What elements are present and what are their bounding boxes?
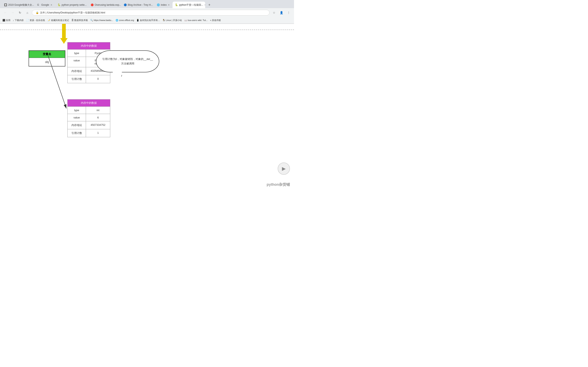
lower-table-row-1: type int <box>68 106 110 114</box>
tab-3[interactable]: 🐍 python property sette... ✕ <box>55 2 88 8</box>
lock-icon: 🔒 <box>36 11 39 14</box>
bookmark-database[interactable]: 🗄 数据库技术栈 <box>71 19 88 22</box>
lower-table-row-2-value: 6 <box>86 114 110 121</box>
back-button[interactable]: ← <box>2 10 8 16</box>
bookmark-baidu[interactable]: 🔍 https://www.baidu... <box>90 19 113 22</box>
bookmark-zhihu[interactable]: 📱 如何找出知乎所有... <box>136 19 160 22</box>
lower-memory-table-header: 内存中的数据 <box>68 100 110 106</box>
lower-table-row-4-value: 1 <box>86 129 110 137</box>
tab-4[interactable]: 🔴 Overusing lambda exp... ✕ <box>88 2 121 8</box>
bookmark-button[interactable]: ☆ <box>271 10 277 16</box>
forward-button[interactable]: → <box>10 10 16 16</box>
tab-5[interactable]: 🔵 Blog Archive - Trey H... ✕ <box>121 2 154 8</box>
bookmark-linux[interactable]: 🐧 Linux | 开源小站 <box>162 19 182 22</box>
svg-line-1 <box>48 55 66 108</box>
tab-7-favicon: 🐍 <box>175 3 178 6</box>
speech-bubble: 引用计数为0，对象被销毁，对象的__del__方法被调用 <box>96 50 159 72</box>
lower-table-row-3-label: 内存地址 <box>68 121 86 129</box>
profile-button[interactable]: 👤 <box>278 10 284 16</box>
upper-memory-table-header: 内存中的数据 <box>68 42 110 49</box>
tab-2[interactable]: G Google ✕ <box>35 2 55 8</box>
home-button[interactable]: ⌂ <box>25 10 30 16</box>
tab-2-favicon: G <box>37 3 40 6</box>
bookmark-more[interactable]: » 其他书签 <box>210 19 221 22</box>
bookmark-youdao[interactable]: 📝 收藏到有道云笔记 <box>47 19 69 22</box>
address-bar: ← → ↻ ⌂ 🔒 文件 | /Users/kwsy/Desktop/pytho… <box>0 8 294 17</box>
tab-7[interactable]: 🐍 python干货---垃圾回... ✕ <box>173 2 205 8</box>
bookmark-apps[interactable]: ⬛ 应用 <box>2 19 10 22</box>
tab-6[interactable]: 🌐 index ✕ <box>154 2 172 8</box>
tab-6-favicon: 🌐 <box>157 3 160 6</box>
upper-table-row-4-value: 0 <box>86 75 110 83</box>
tab-6-close[interactable]: ✕ <box>168 4 170 6</box>
speech-bubble-text: 引用计数为0，对象被销毁，对象的__del__方法被调用 <box>102 57 154 66</box>
yellow-arrow-shaft <box>62 24 66 38</box>
menu-button[interactable]: ⋮ <box>286 10 292 16</box>
tab-2-close[interactable]: ✕ <box>51 4 52 6</box>
bookmarks-bar: ⬛ 应用 ↓ 下载内容 📄 资源 - 伯乐在线 📝 收藏到有道云笔记 🗄 数据库… <box>0 17 294 24</box>
yellow-arrow <box>60 24 68 44</box>
tab-bar: 🔲 2019 Google镜像大全... ✕ G Google ✕ 🐍 pyth… <box>0 0 294 8</box>
new-tab-button[interactable]: + <box>207 2 212 8</box>
browser-chrome: 🔲 2019 Google镜像大全... ✕ G Google ✕ 🐍 pyth… <box>0 0 294 24</box>
lower-memory-table: 内存中的数据 type int value 6 内存地址 4507334752 … <box>67 99 110 137</box>
lower-table-row-3-value: 4507334752 <box>86 121 110 129</box>
dashed-divider <box>0 30 294 30</box>
url-bar[interactable]: 🔒 文件 | /Users/kwsy/Desktop/python干货---垃圾… <box>32 10 269 16</box>
page-content: 变量名 obj 内存中的数据 type Pyobj value Pyobj ob… <box>0 24 294 191</box>
tab-1-favicon: 🔲 <box>4 3 7 6</box>
lower-table-row-4: 引用计数 1 <box>68 129 110 137</box>
upper-table-row-4: 引用计数 0 <box>68 75 110 83</box>
video-button[interactable]: ▶ <box>278 162 290 175</box>
tab-7-close[interactable]: ✕ <box>204 4 205 6</box>
reload-button[interactable]: ↻ <box>17 10 23 16</box>
tab-5-favicon: 🔵 <box>124 3 127 6</box>
tab-1[interactable]: 🔲 2019 Google镜像大全... ✕ <box>2 2 34 8</box>
bookmark-resource[interactable]: 📄 资源 - 伯乐在线 <box>26 19 45 22</box>
yellow-arrow-head <box>60 38 68 44</box>
watermark: python杂货铺 <box>267 182 290 187</box>
lower-table-row-4-label: 引用计数 <box>68 129 86 137</box>
tab-3-favicon: 🐍 <box>58 3 61 6</box>
lower-table-row-2-label: value <box>68 114 86 121</box>
lower-table-row-2: value 6 <box>68 114 110 121</box>
tab-4-favicon: 🔴 <box>91 3 94 6</box>
lower-table-row-1-label: type <box>68 107 86 114</box>
bookmark-effbot[interactable]: 🌐 zone.effbot.org <box>116 19 134 22</box>
lower-table-row-1-value: int <box>86 107 110 114</box>
speech-bubble-container: 引用计数为0，对象被销毁，对象的__del__方法被调用 <box>96 50 159 72</box>
bookmark-lua[interactable]: 📖 lua-users wiki: Tut... <box>184 19 208 22</box>
lower-table-row-3: 内存地址 4507334752 <box>68 121 110 129</box>
bookmark-download[interactable]: ↓ 下载内容 <box>13 19 24 22</box>
arrow-svg <box>32 55 72 113</box>
speech-bubble-tail <box>112 72 122 76</box>
